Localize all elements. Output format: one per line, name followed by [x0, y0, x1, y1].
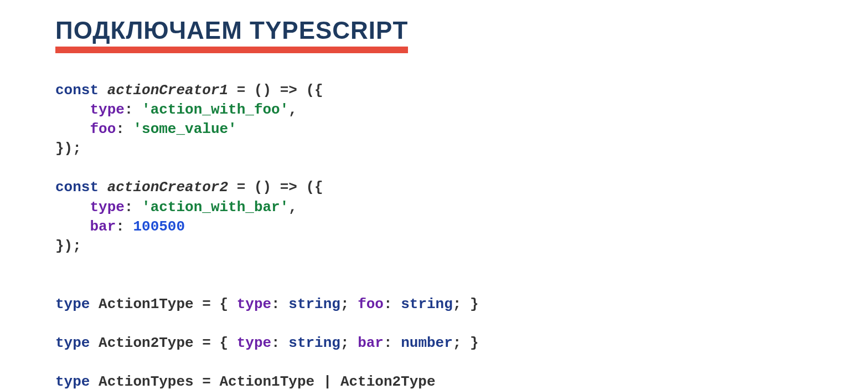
code-text: , — [288, 199, 297, 216]
property: bar — [358, 335, 384, 351]
code-text: : — [271, 335, 288, 351]
identifier: actionCreator1 — [107, 82, 228, 99]
string-literal: 'action_with_bar' — [142, 199, 288, 216]
code-text: : — [384, 335, 401, 351]
type-primitive: string — [288, 296, 340, 313]
code-text — [99, 82, 107, 99]
code-text: = () => ({ — [228, 179, 323, 196]
code-text — [99, 179, 107, 196]
string-literal: 'action_with_foo' — [142, 101, 288, 118]
code-block: const actionCreator1 = () => ({ type: 'a… — [55, 81, 868, 389]
identifier: actionCreator2 — [107, 179, 228, 196]
code-text: ; } — [453, 335, 479, 351]
type-primitive: string — [401, 296, 453, 313]
property: foo — [358, 296, 384, 313]
number-literal: 100500 — [133, 218, 185, 235]
code-text: : — [116, 218, 133, 235]
property: type — [90, 101, 124, 118]
keyword-const: const — [55, 82, 99, 99]
code-text: : — [125, 199, 142, 216]
code-text: ; — [340, 296, 358, 313]
slide-title: ПОДКЛЮЧАЕМ TYPESCRIPT — [55, 17, 408, 44]
code-text: : — [271, 296, 288, 313]
code-text: }); — [55, 238, 81, 254]
code-text: : — [384, 296, 401, 313]
code-text: }); — [55, 140, 81, 157]
keyword-type: type — [55, 296, 90, 313]
keyword-type: type — [55, 373, 90, 389]
code-text: ActionTypes = Action1Type | Action2Type — [90, 373, 435, 389]
code-text: ; — [340, 335, 358, 351]
keyword-type: type — [55, 335, 90, 351]
property: type — [90, 199, 124, 216]
type-primitive: number — [401, 335, 453, 351]
property: type — [237, 335, 271, 351]
code-text: : — [125, 101, 142, 118]
code-text: ; } — [453, 296, 479, 313]
heading-wrap: ПОДКЛЮЧАЕМ TYPESCRIPT — [55, 17, 408, 53]
keyword-const: const — [55, 179, 99, 196]
code-text: Action2Type = { — [90, 335, 236, 351]
property: type — [237, 296, 271, 313]
code-text: = () => ({ — [228, 82, 323, 99]
type-primitive: string — [288, 335, 340, 351]
code-text: : — [116, 121, 133, 137]
code-text: Action1Type = { — [90, 296, 236, 313]
string-literal: 'some_value' — [133, 121, 236, 137]
property: bar — [90, 218, 116, 235]
property: foo — [90, 121, 116, 137]
code-text: , — [288, 101, 297, 118]
